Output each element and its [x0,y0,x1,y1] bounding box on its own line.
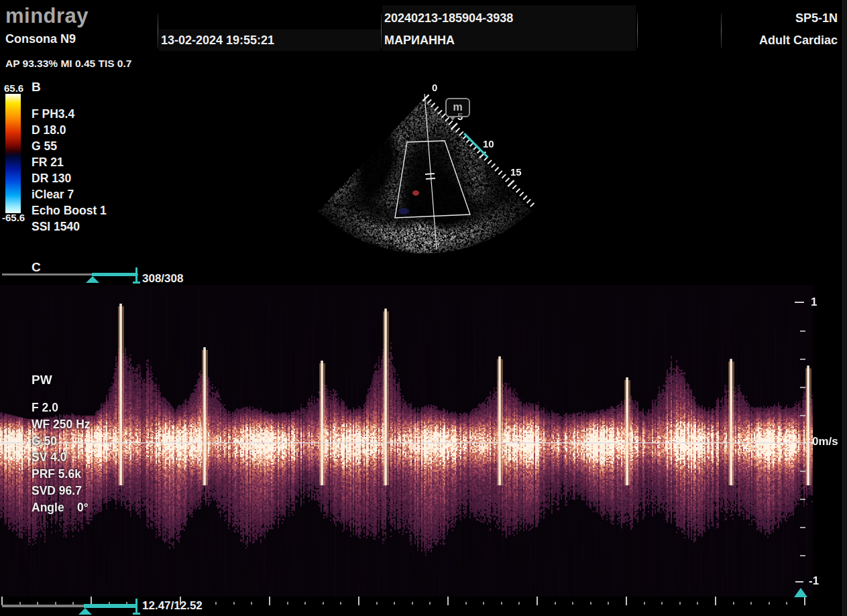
pw-param: WF 250 Hz [32,416,91,433]
time-ruler-tick [555,602,556,605]
velocity-axis-tick [795,302,804,303]
b-param: Echo Boost 1 [32,202,107,219]
time-ruler-tick [715,597,716,605]
pw-mode-label: PW [32,373,52,387]
time-ruler-tick [608,602,609,605]
velocity-axis-tick [800,387,805,388]
time-ruler-tick [233,602,235,605]
header-divider [381,13,382,48]
time-ruler-tick [679,602,681,605]
exam-id: 20240213-185904-3938 [384,11,513,25]
time-ruler-tick [626,597,627,605]
b-param: SSI 1540 [32,219,107,235]
b-param: DR 130 [32,170,107,186]
depth-ruler-label: 0 [432,82,437,93]
time-ruler-tick [518,602,520,605]
cine-time-position: 12.47/12.52 [142,599,203,613]
time-ruler-tick [358,597,359,605]
seek-track [2,605,84,607]
time-ruler-tick [429,602,431,605]
velocity-axis-tick [800,499,805,500]
depth-ruler-label: 10 [483,138,494,149]
color-doppler-scale-bar [5,94,21,213]
pw-mode-params: F 2.0 WF 250 Hz G 50 SV 4.0 PRF 5.6k SVD… [32,399,91,516]
time-ruler-tick [447,597,449,605]
time-ruler-tick [590,602,591,605]
time-ruler-tick [269,597,270,605]
acoustic-output-status: AP 93.33% MI 0.45 TIS 0.7 [5,58,131,70]
ultrasound-screen: mindray Consona N9 13-02-2024 19:55:21 2… [0,0,847,616]
probe-orientation-marker: m [445,98,470,117]
b-param: D 18.0 [32,122,107,138]
time-ruler-tick [340,602,341,605]
time-ruler-tick [412,602,413,605]
time-ruler-tick [733,602,734,605]
velocity-axis-tick [800,471,805,472]
color-scale-min: -65.6 [2,212,25,223]
pw-param: PRF 5.6k [32,466,91,483]
pw-param: Angle 0° [32,499,91,516]
time-ruler-tick [644,602,645,605]
header-divider [721,13,722,48]
patient-name: МАРИАННА [384,34,455,48]
time-ruler-tick [323,602,324,605]
seek-end-foot [133,613,140,615]
header-divider [637,13,638,48]
time-ruler-tick [537,597,538,605]
velocity-axis-tick [800,555,805,556]
probe-name: SP5-1N [795,11,838,25]
velocity-baseline-label: 0m/s [812,435,838,448]
seek-end-foot [133,282,140,284]
pw-param: F 2.0 [32,399,91,416]
b-mode-params: F PH3.4 D 18.0 G 55 FR 21 DR 130 iClear … [32,106,107,235]
time-ruler-tick [804,597,805,605]
time-ruler-tick [376,602,378,605]
b-param: G 55 [32,138,107,154]
b-param: FR 21 [32,154,107,170]
velocity-axis-tick [800,359,805,360]
seek-handle[interactable] [86,276,99,283]
time-ruler-tick [501,602,502,605]
time-ruler-tick [304,602,306,605]
pw-spectral-trace [0,285,813,597]
exam-preset: Adult Cardiac [759,34,838,48]
depth-ruler-label: 15 [510,166,522,178]
machine-model: Consona N9 [5,32,76,46]
c-mode-label: C [32,260,41,275]
b-param: F PH3.4 [32,106,107,122]
frame-counter: 308/308 [142,272,183,286]
time-ruler-tick [465,602,467,605]
velocity-min-label: -1 [809,574,819,588]
time-ruler-tick [287,602,288,605]
velocity-max-label: 1 [811,296,817,309]
time-ruler-tick [215,602,217,605]
time-ruler-tick [697,602,698,605]
mindray-logo: mindray [5,4,89,28]
time-ruler-tick [394,602,395,605]
right-edge-panel [842,0,847,616]
velocity-axis-tick [800,330,805,332]
time-ruler-tick [572,602,573,605]
velocity-axis-tick [800,527,805,528]
b-param: iClear 7 [32,186,107,202]
time-ruler-tick [786,602,787,605]
sweep-position-marker [794,588,807,597]
pw-param: SV 4.0 [32,449,91,466]
time-ruler-tick [661,602,663,605]
pw-param: SVD 96.7 [32,483,91,499]
b-mode-label: B [32,80,41,95]
color-scale-max: 65.6 [4,82,23,94]
datetime: 13-02-2024 19:55:21 [161,34,274,48]
time-ruler-tick [251,602,252,605]
velocity-axis-tick [800,415,805,416]
time-ruler-tick [483,602,484,605]
seek-handle[interactable] [78,608,92,615]
velocity-axis-tick [795,581,803,582]
b-mode-image [302,74,565,260]
header-divider [158,13,158,48]
pw-param: G 50 [32,433,91,450]
time-ruler-tick [769,602,770,605]
time-ruler-tick [750,602,752,605]
